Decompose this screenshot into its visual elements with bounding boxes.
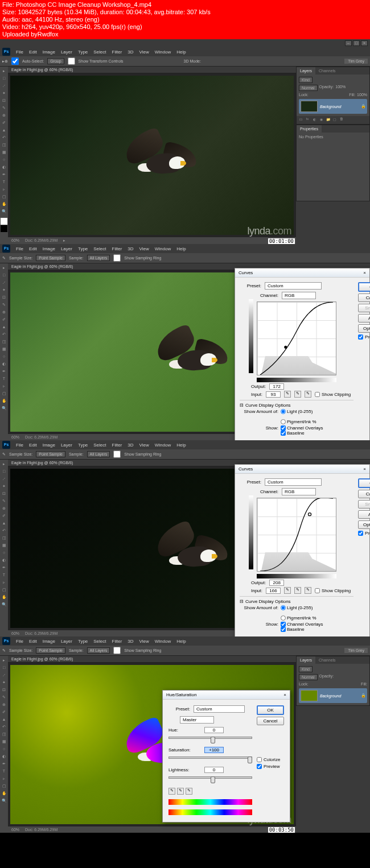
eyedrop-black[interactable]: ✎ [284,391,291,398]
preset-dropdown[interactable]: Custom [194,705,245,713]
blend-mode[interactable]: Normal [299,85,318,91]
user-dropdown[interactable]: Tim Grey [344,648,368,653]
menu-3d[interactable]: 3D [128,49,133,55]
maximize-button[interactable]: □ [353,40,360,46]
zoom-tool[interactable]: 🔍 [1,405,7,412]
sample-dropdown[interactable]: All Layers [87,647,110,654]
layer-filter[interactable]: Kind [299,666,313,672]
menu-layer[interactable]: Layer [61,246,72,251]
blur-tool[interactable]: ○ [1,549,7,556]
preview-checkbox[interactable] [358,334,363,340]
opacity-value[interactable]: 100% [335,85,346,91]
zoom-tool[interactable]: 🔍 [1,601,7,608]
light-radio[interactable] [281,605,286,610]
pigment-radio[interactable] [281,419,286,424]
lasso-tool[interactable]: ⟋ [1,279,7,286]
showring-checkbox[interactable] [113,254,121,262]
eyedrop-add[interactable]: ✎ [177,788,184,795]
auto-button[interactable]: Auto [358,314,370,323]
brush-tool[interactable]: ✐ [1,119,7,126]
type-tool[interactable]: T [1,572,7,578]
layers-tab[interactable]: Layers [297,67,315,75]
showclip-checkbox[interactable] [315,392,320,397]
output-value[interactable]: 208 [269,580,284,586]
menu-edit[interactable]: Edit [29,639,37,644]
path-tool[interactable]: ▹ [1,186,7,193]
cancel-button[interactable]: Cancel [257,717,284,725]
menu-type[interactable]: Type [78,49,88,55]
colorize-checkbox[interactable] [257,757,262,762]
menu-view[interactable]: View [139,246,149,251]
showclip-checkbox[interactable] [315,588,320,593]
collapse-icon[interactable]: ⊟ [240,599,245,604]
menu-type[interactable]: Type [78,639,88,644]
menu-view[interactable]: View [139,49,149,55]
hand-tool[interactable]: ✋ [1,398,7,404]
collapse-icon[interactable]: ⊟ [240,403,245,408]
menu-file[interactable]: File [16,49,23,55]
menu-view[interactable]: View [139,639,149,644]
history-tool[interactable]: ↶ [1,134,7,141]
ok-button[interactable]: OK [358,282,370,292]
hand-tool[interactable]: ✋ [1,594,7,601]
shape-tool[interactable]: ▢ [1,193,7,200]
hue-value[interactable]: 0 [204,727,224,733]
menu-edit[interactable]: Edit [29,49,37,55]
lasso-tool[interactable]: ⟋ [1,82,7,89]
sample-dropdown[interactable]: All Layers [87,451,110,457]
showring-checkbox[interactable] [113,647,121,654]
marquee-tool[interactable]: □ [1,75,7,82]
baseline-checkbox[interactable] [281,431,286,436]
saturation-slider[interactable] [168,757,252,763]
dodge-tool[interactable]: ◐ [1,361,7,367]
lasso-tool[interactable]: ⟋ [1,476,7,482]
pen-tool[interactable]: ✒ [1,368,7,375]
close-icon[interactable]: × [363,466,366,472]
channel-dropdown[interactable]: RGB [282,488,316,495]
brush-tool[interactable]: ✐ [1,709,7,716]
wand-tool[interactable]: ✦ [1,483,7,490]
dodge-tool[interactable]: ◐ [1,557,7,564]
eyedrop-sub[interactable]: ✎ [186,788,192,795]
eyedrop-black[interactable]: ✎ [284,587,291,594]
menu-window[interactable]: Window [155,443,171,448]
master-dropdown[interactable]: Master [180,716,214,724]
layer-row[interactable]: Background🔒 [299,688,367,703]
marquee-tool[interactable]: □ [1,468,7,475]
menu-edit[interactable]: Edit [29,443,37,448]
folder-icon[interactable]: 📁 [325,117,331,123]
shape-tool[interactable]: ▢ [1,586,7,593]
heal-tool[interactable]: ⊕ [1,309,7,316]
menu-image[interactable]: Image [43,49,55,55]
menu-select[interactable]: Select [93,49,106,55]
history-tool[interactable]: ↶ [1,527,7,534]
options-button[interactable]: Options... [358,520,370,529]
menu-file[interactable]: File [16,246,23,251]
menu-select[interactable]: Select [93,443,106,448]
menu-3d[interactable]: 3D [128,246,133,251]
hand-tool[interactable]: ✋ [1,790,7,797]
menu-select[interactable]: Select [93,246,106,251]
history-tool[interactable]: ↶ [1,331,7,338]
smooth-button[interactable]: Smooth [358,500,370,509]
document-tab[interactable]: Eagle in Flight.jpg @ 60% (RGB/8) [8,656,296,663]
marquee-tool[interactable]: □ [1,272,7,279]
close-button[interactable]: × [361,40,368,46]
menu-image[interactable]: Image [43,246,55,251]
lightness-value[interactable]: 0 [204,767,224,773]
gradient-tool[interactable]: ▦ [1,542,7,549]
blur-tool[interactable]: ○ [1,746,7,753]
history-tool[interactable]: ↶ [1,724,7,730]
blur-tool[interactable]: ○ [1,353,7,360]
blur-tool[interactable]: ○ [1,156,7,163]
eraser-tool[interactable]: ◫ [1,142,7,148]
menu-layer[interactable]: Layer [61,49,72,55]
heal-tool[interactable]: ⊕ [1,505,7,512]
gradient-tool[interactable]: ▦ [1,149,7,156]
ok-button[interactable]: OK [358,478,370,488]
blend-mode[interactable]: Normal [299,674,318,680]
wand-tool[interactable]: ✦ [1,287,7,294]
move-tool[interactable]: ▸ [1,68,7,75]
close-icon[interactable]: × [363,270,366,275]
menu-image[interactable]: Image [43,443,55,448]
